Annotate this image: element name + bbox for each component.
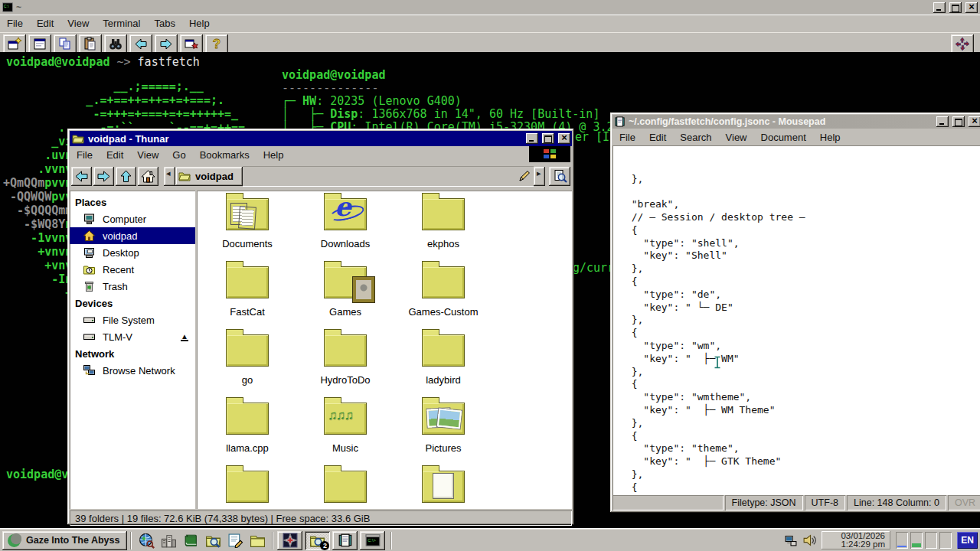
launcher-web-search-button[interactable] <box>136 531 158 550</box>
file-ladybird[interactable]: ladybird <box>399 328 488 386</box>
thunar-menu-edit[interactable]: Edit <box>100 147 130 163</box>
file-downloads[interactable]: Downloads <box>301 192 390 249</box>
close-button[interactable] <box>558 133 570 144</box>
new-tab-button[interactable] <box>3 34 26 54</box>
keyboard-layout-indicator[interactable]: EN <box>957 532 978 549</box>
terminal-menu-file[interactable]: File <box>0 15 30 31</box>
sidebar-item-recent[interactable]: Recent <box>70 261 195 278</box>
mousepad-menu-edit[interactable]: Edit <box>642 129 673 145</box>
mousepad-menu-search[interactable]: Search <box>673 129 718 145</box>
sidebar-item-tlm-v[interactable]: TLM-V▲ <box>70 328 195 345</box>
thunar-file-grid[interactable]: DocumentsDownloadsekphosFastCatGamesGame… <box>197 191 572 509</box>
window-button-notebook[interactable] <box>332 531 358 550</box>
path-scroll-left-button[interactable] <box>164 167 175 186</box>
close-button[interactable] <box>969 116 980 127</box>
sidebar-item-voidpad[interactable]: voidpad <box>70 227 195 244</box>
thunar-menu-bookmarks[interactable]: Bookmarks <box>193 147 256 163</box>
next-tab-button[interactable] <box>155 34 178 54</box>
sidebar-item-file-system[interactable]: File System <box>70 311 195 328</box>
minimize-button[interactable] <box>933 2 946 13</box>
terminal-titlebar[interactable]: C:\ ~ <box>0 0 980 15</box>
file-pictures[interactable]: Pictures <box>399 396 488 454</box>
launcher-book-button[interactable] <box>180 531 202 550</box>
maximize-button[interactable] <box>949 2 962 13</box>
thunar-menu-file[interactable]: File <box>70 147 100 163</box>
path-bar-empty[interactable] <box>243 166 534 187</box>
workspace-4[interactable] <box>939 532 952 549</box>
tray-network-pc-icon[interactable] <box>784 534 798 547</box>
eject-icon[interactable]: ▲ <box>181 333 188 341</box>
sidebar-item-desktop[interactable]: Desktop <box>70 244 195 261</box>
file-folder[interactable] <box>301 465 390 509</box>
help-button[interactable]: ? <box>205 34 228 54</box>
window-button-folder-search[interactable]: 2 <box>305 531 330 550</box>
mousepad-document-text: }, "break", // — Session / desktop tree … <box>619 173 980 495</box>
forward-button[interactable] <box>93 167 114 186</box>
file-go[interactable]: go <box>203 328 292 386</box>
path-segment-voidpad[interactable]: voidpad <box>175 167 243 186</box>
thunar-window: voidpad - Thunar FileEditViewGoBookmarks… <box>67 129 574 525</box>
terminal-menu-view[interactable]: View <box>60 15 96 31</box>
file-hydrotodo[interactable]: HydroToDo <box>301 328 390 386</box>
home-button[interactable] <box>138 167 158 186</box>
status-filetype[interactable]: Filetype: JSON <box>725 495 803 510</box>
maximize-button[interactable] <box>952 116 965 127</box>
minimize-button[interactable] <box>526 133 538 144</box>
file-documents[interactable]: Documents <box>203 192 292 249</box>
file-games-custom[interactable]: Games-Custom <box>399 260 488 318</box>
minimize-button[interactable] <box>936 116 949 127</box>
close-button[interactable] <box>965 2 978 13</box>
mousepad-titlebar[interactable]: ~/.config/fastfetch/config.jsonc - Mouse… <box>612 115 980 129</box>
clock[interactable]: 03/01/2026 1:24:29 pm <box>822 531 890 549</box>
file-games[interactable]: Games <box>301 260 390 318</box>
open-window-button[interactable] <box>28 34 51 54</box>
launcher-folder-search-button[interactable] <box>202 531 224 550</box>
back-button[interactable] <box>71 167 92 186</box>
find-button[interactable] <box>104 34 127 54</box>
mousepad-menu-help[interactable]: Help <box>813 129 848 145</box>
paste-button[interactable] <box>79 34 102 54</box>
launcher-folder-mini-button[interactable] <box>247 531 269 550</box>
file-folder[interactable] <box>203 465 292 509</box>
terminal-menu-terminal[interactable]: Terminal <box>96 15 147 31</box>
sidebar-item-browse-network[interactable]: Browse Network <box>70 362 195 379</box>
sidebar-item-trash[interactable]: Trash <box>70 278 195 295</box>
mousepad-menu-view[interactable]: View <box>719 129 754 145</box>
thunar-titlebar[interactable]: voidpad - Thunar <box>70 131 572 146</box>
copy-button[interactable] <box>54 34 77 54</box>
terminal-menu-tabs[interactable]: Tabs <box>147 15 181 31</box>
tray-volume-icon[interactable] <box>802 533 817 547</box>
file-fastcat[interactable]: FastCat <box>203 260 292 318</box>
prev-tab-button[interactable] <box>129 34 152 54</box>
terminal-menu-help[interactable]: Help <box>182 15 217 31</box>
fullscreen-button[interactable] <box>951 34 974 54</box>
status-encoding[interactable]: UTF-8 <box>805 495 845 510</box>
launcher-city-button[interactable] <box>158 531 180 550</box>
file-music[interactable]: Music <box>301 396 390 454</box>
sidebar-item-computer[interactable]: Computer <box>70 210 195 227</box>
reset-button[interactable] <box>180 34 203 54</box>
maximize-button[interactable] <box>542 133 554 144</box>
workspace-2[interactable] <box>910 532 923 549</box>
up-button[interactable] <box>116 167 136 186</box>
terminal-menu-edit[interactable]: Edit <box>30 15 60 31</box>
launcher-note-editor-button[interactable] <box>224 531 247 550</box>
mousepad-text-area[interactable]: }, "break", // — Session / desktop tree … <box>612 145 980 495</box>
workspace-1[interactable] <box>896 532 908 549</box>
pencil-icon[interactable] <box>518 170 531 182</box>
thunar-menu-help[interactable]: Help <box>256 147 291 163</box>
applications-menu-button[interactable]: Gaze Into The Abyss <box>2 531 127 550</box>
thunar-menu-view[interactable]: View <box>130 147 165 163</box>
thunar-menu-go[interactable]: Go <box>165 147 192 163</box>
path-scroll-right-button[interactable] <box>534 167 545 186</box>
status-overwrite[interactable]: OVR <box>948 495 980 510</box>
file-ekphos[interactable]: ekphos <box>399 192 488 249</box>
workspace-3[interactable] <box>925 532 937 549</box>
search-button[interactable] <box>549 167 570 186</box>
window-button-compass[interactable] <box>277 531 302 550</box>
mousepad-menu-file[interactable]: File <box>612 129 642 145</box>
mousepad-menu-document[interactable]: Document <box>754 129 813 145</box>
file-llama-cpp[interactable]: llama.cpp <box>203 396 292 454</box>
window-button-terminal-win[interactable]: C:\> <box>360 531 385 550</box>
file-folder[interactable] <box>399 465 488 509</box>
